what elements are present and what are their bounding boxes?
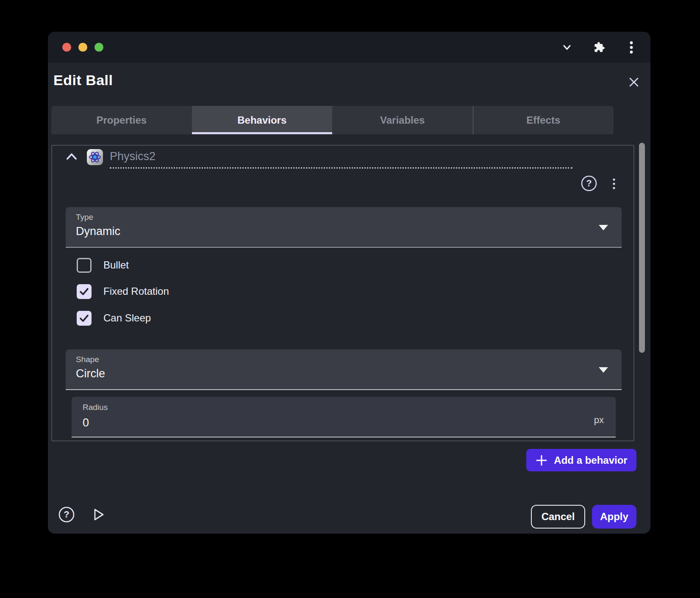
tab-properties[interactable]: Properties [51,106,192,134]
edit-object-dialog-window: Edit Ball Properties Behaviors Variables… [48,32,650,534]
help-icon[interactable]: ? [580,174,598,192]
add-behavior-button[interactable]: Add a behavior [526,449,636,471]
close-dialog-icon[interactable] [626,75,642,90]
fixed-rotation-checkbox-label: Fixed Rotation [103,285,169,297]
close-window-button[interactable] [62,43,71,52]
type-value: Dynamic [76,225,120,238]
bullet-checkbox-label: Bullet [103,259,129,271]
dropdown-arrow-icon [599,367,608,373]
tab-behaviors[interactable]: Behaviors [192,106,333,134]
fixed-rotation-checkbox[interactable] [77,284,92,299]
titlebar-actions [561,41,638,54]
plus-icon [535,454,548,467]
shape-value: Circle [76,367,105,380]
bullet-checkbox-row[interactable]: Bullet [77,257,129,273]
window-titlebar [48,32,650,63]
dialog-header: Edit Ball [53,63,650,97]
bullet-checkbox[interactable] [77,258,92,273]
puzzle-extension-icon[interactable] [593,41,606,54]
behavior-name-field[interactable]: Physics2 [110,150,572,169]
behavior-options-kebab-icon[interactable] [612,178,617,191]
physics-atom-icon [87,149,103,165]
radius-value: 0 [83,416,89,429]
shape-label: Shape [76,355,99,364]
cancel-button[interactable]: Cancel [531,505,585,529]
dropdown-arrow-icon [599,225,608,230]
fullscreen-window-button[interactable] [94,43,103,52]
fixed-rotation-checkbox-row[interactable]: Fixed Rotation [77,284,169,299]
radius-unit: px [594,415,604,426]
minimize-window-button[interactable] [78,43,87,52]
collapse-chevron-up-icon[interactable] [65,151,78,163]
add-behavior-label: Add a behavior [554,454,627,466]
can-sleep-checkbox[interactable] [77,311,92,326]
play-preview-icon[interactable] [89,506,107,523]
kebab-menu-icon[interactable] [625,41,638,54]
radius-input[interactable]: Radius 0 px [72,397,616,437]
svg-text:?: ? [586,178,592,188]
scrollbar[interactable] [639,143,645,353]
tab-effects[interactable]: Effects [473,106,614,134]
tab-variables[interactable]: Variables [332,106,473,134]
type-label: Type [76,213,93,222]
svg-text:?: ? [64,509,69,520]
chevron-down-icon[interactable] [561,41,573,54]
help-icon[interactable]: ? [58,506,75,523]
can-sleep-checkbox-label: Can Sleep [103,312,151,324]
radius-label: Radius [83,403,108,412]
tab-bar: Properties Behaviors Variables Effects [51,106,614,134]
traffic-lights [62,43,103,52]
page-title: Edit Ball [53,72,113,89]
screen-background: Edit Ball Properties Behaviors Variables… [0,0,700,598]
can-sleep-checkbox-row[interactable]: Can Sleep [77,310,151,326]
type-select[interactable]: Type Dynamic [66,207,622,248]
apply-button[interactable]: Apply [592,505,636,529]
behavior-panel: Physics2 ? Type Dynamic [51,145,634,441]
shape-select[interactable]: Shape Circle [66,349,622,390]
